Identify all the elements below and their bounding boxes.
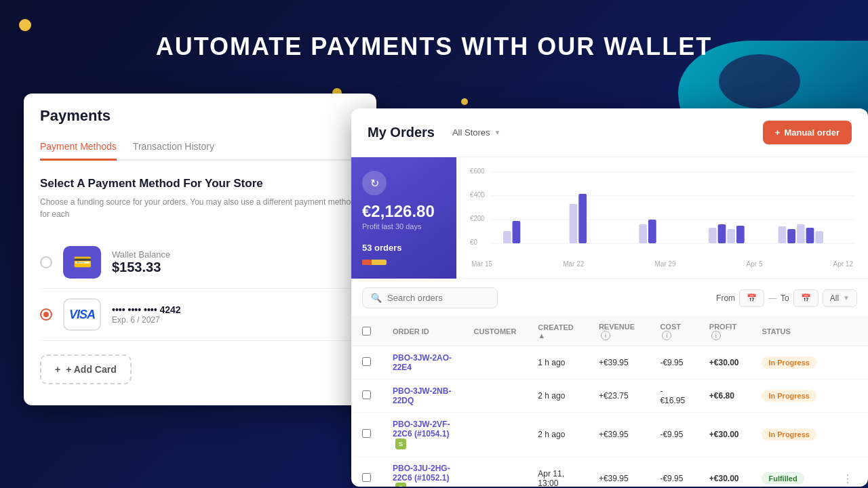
profit-bar-left	[362, 260, 372, 265]
svg-rect-13	[648, 220, 656, 243]
svg-rect-22	[815, 231, 823, 243]
profit-card: ↻ €2,126.80 Profit last 30 days 53 order…	[351, 157, 456, 279]
row-checkbox[interactable]	[362, 429, 371, 438]
wallet-option[interactable]: 💳 Wallet Balance $153.33	[40, 237, 360, 289]
add-card-label: + Add Card	[66, 364, 117, 375]
wallet-label: Wallet Balance	[112, 249, 360, 260]
svg-rect-12	[639, 224, 647, 243]
col-revenue: REVENUE i	[588, 317, 650, 346]
order-id-link[interactable]: PBO-3JU-2HG-22C6 (#1052.1)	[393, 464, 450, 483]
row-created: 2 h ago	[527, 380, 588, 413]
wallet-radio[interactable]	[40, 256, 52, 268]
chart-label-mar29: Mar 29	[654, 260, 675, 268]
row-status: In Progress	[751, 413, 827, 457]
select-heading: Select A Payment Method For Your Store	[40, 177, 360, 190]
card-radio[interactable]	[40, 308, 52, 321]
order-id-link[interactable]: PBO-3JW-2AO-22E4	[393, 353, 452, 372]
row-customer	[463, 380, 528, 413]
decorative-blob-1	[19, 19, 31, 31]
status-badge: In Progress	[762, 390, 816, 402]
col-profit: PROFIT i	[698, 317, 751, 346]
decorative-blob-dark	[719, 54, 800, 108]
orders-panel: My Orders All Stores ▼ + Manual order ↻ …	[351, 108, 868, 487]
row-checkbox[interactable]	[362, 390, 371, 399]
chart-label-apr12: Apr 12	[833, 260, 853, 268]
svg-text:€0: €0	[470, 239, 477, 246]
order-id-link[interactable]: PBO-3JW-2VF-22C6 (#1054.1)	[393, 420, 450, 439]
profit-amount: €2,126.80	[362, 202, 435, 221]
svg-rect-14	[709, 228, 717, 243]
visa-icon-wrap: VISA	[63, 298, 101, 331]
svg-rect-20	[797, 224, 805, 243]
chart-area: €600 €400 €200 €0	[456, 157, 868, 279]
col-cost: COST i	[649, 317, 698, 346]
table-row: PBO-3JW-2NB-22DQ 2 h ago +€23.75 -€16.95…	[351, 380, 868, 413]
chart-section: ↻ €2,126.80 Profit last 30 days 53 order…	[351, 157, 868, 279]
order-id-link[interactable]: PBO-3JW-2NB-22DQ	[393, 386, 451, 405]
hero-title: AUTOMATE PAYMENTS WITH OUR WALLET	[0, 33, 868, 61]
row-checkbox-cell	[351, 457, 382, 487]
row-profit: +€30.00	[698, 346, 751, 380]
profit-icon: ↻	[362, 171, 387, 195]
from-label: From	[716, 293, 735, 303]
profit-orders-count: 53 orders	[362, 237, 402, 253]
wallet-info: Wallet Balance $153.33	[112, 249, 360, 275]
select-all-checkbox[interactable]	[362, 327, 371, 336]
shopify-icon: S	[395, 483, 406, 487]
row-order-id: PBO-3JW-2VF-22C6 (#1054.1)S	[382, 413, 463, 457]
payments-header: Payments Payment Methods Transaction His…	[24, 94, 376, 161]
plus-icon: +	[775, 127, 781, 138]
row-checkbox-cell	[351, 346, 382, 380]
revenue-chart: €600 €400 €200 €0	[470, 167, 854, 255]
payments-panel-title: Payments	[40, 107, 360, 125]
calendar-to-icon: 📅	[801, 293, 811, 303]
chart-label-mar15: Mar 15	[471, 260, 492, 268]
row-revenue: +€39.95	[588, 413, 650, 457]
row-created: 1 h ago	[527, 346, 588, 380]
more-options-button[interactable]: ⋮	[838, 471, 857, 487]
table-row: PBO-3JW-2VF-22C6 (#1054.1)S 2 h ago +€39…	[351, 413, 868, 457]
profit-info-icon: i	[711, 331, 721, 340]
row-cost: -€9.95	[649, 346, 698, 380]
svg-rect-10	[570, 204, 578, 243]
shopify-icon: S	[395, 439, 406, 449]
manual-order-button[interactable]: + Manual order	[763, 121, 852, 144]
store-select-dropdown[interactable]: All Stores ▼	[452, 127, 501, 138]
chart-x-labels: Mar 15 Mar 22 Mar 29 Apr 5 Apr 12	[470, 260, 854, 268]
search-box[interactable]: 🔍	[362, 287, 498, 308]
svg-rect-11	[578, 194, 587, 243]
add-card-button[interactable]: + + Add Card	[40, 354, 132, 384]
row-checkbox[interactable]	[362, 473, 371, 482]
card-info: •••• •••• •••• 4242 Exp. 6 / 2027	[112, 304, 360, 325]
wallet-value: $153.33	[112, 260, 360, 275]
col-order-id: ORDER ID	[382, 317, 463, 346]
to-date-picker[interactable]: 📅	[793, 289, 818, 307]
tab-transaction-history[interactable]: Transaction History	[133, 136, 214, 161]
tab-payment-methods[interactable]: Payment Methods	[40, 136, 117, 161]
orders-header: My Orders All Stores ▼ + Manual order	[351, 108, 868, 157]
col-actions	[827, 317, 868, 346]
status-filter-dropdown[interactable]: All ▼	[823, 289, 857, 307]
row-revenue: +€39.95	[588, 457, 650, 487]
search-icon: 🔍	[371, 293, 382, 303]
row-actions	[827, 413, 868, 457]
radio-dot	[43, 312, 49, 317]
orders-title: My Orders	[368, 125, 435, 140]
svg-rect-15	[718, 224, 726, 243]
orders-toolbar: 🔍 From 📅 — To 📅 All ▼	[351, 279, 868, 317]
svg-rect-21	[806, 228, 814, 243]
row-status: In Progress	[751, 380, 827, 413]
wallet-icon: 💳	[73, 253, 92, 271]
search-input[interactable]	[387, 293, 489, 303]
row-profit: +€6.80	[698, 380, 751, 413]
card-option[interactable]: VISA •••• •••• •••• 4242 Exp. 6 / 2027	[40, 289, 360, 341]
profit-bar-right	[372, 260, 387, 265]
date-separator: —	[768, 293, 776, 303]
row-checkbox[interactable]	[362, 357, 371, 366]
status-badge: Fulfilled	[762, 472, 804, 485]
row-created: 2 h ago	[527, 413, 588, 457]
chart-label-apr5: Apr 5	[747, 260, 763, 268]
chevron-down-icon: ▼	[843, 294, 850, 302]
from-date-picker[interactable]: 📅	[739, 289, 764, 307]
cost-info-icon: i	[662, 331, 671, 340]
